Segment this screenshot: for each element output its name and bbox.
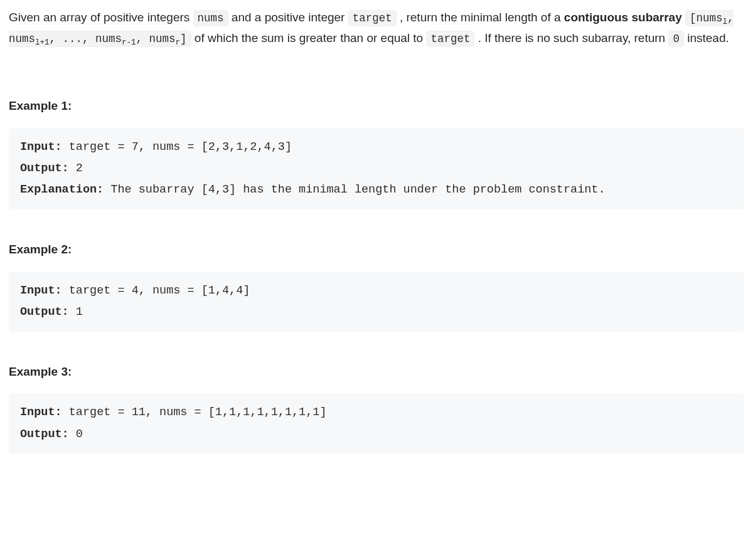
input-value: target = 11, nums = [1,1,1,1,1,1,1,1] bbox=[62, 406, 327, 419]
input-value: target = 4, nums = [1,4,4] bbox=[62, 284, 250, 297]
code-zero: 0 bbox=[668, 31, 683, 47]
text: , return the minimal length of a bbox=[397, 11, 564, 24]
explanation-label: Explanation: bbox=[20, 183, 104, 196]
code-target-2: target bbox=[426, 31, 474, 47]
example-1-block: Input: target = 7, nums = [2,3,1,2,4,3] … bbox=[9, 128, 744, 210]
problem-statement: Given an array of positive integers nums… bbox=[9, 8, 744, 48]
text: Given an array of positive integers bbox=[9, 11, 193, 24]
text: of which the sum is greater than or equa… bbox=[191, 31, 427, 45]
input-value: target = 7, nums = [2,3,1,2,4,3] bbox=[62, 140, 292, 154]
input-label: Input: bbox=[20, 406, 62, 419]
output-label: Output: bbox=[20, 162, 69, 175]
text: instead. bbox=[684, 31, 729, 45]
example-1-heading: Example 1: bbox=[9, 96, 744, 116]
text: . If there is no such subarray, return bbox=[474, 31, 668, 45]
output-label: Output: bbox=[20, 305, 69, 319]
example-3-heading: Example 3: bbox=[9, 362, 744, 382]
explanation-value: The subarray [4,3] has the minimal lengt… bbox=[104, 183, 605, 196]
example-2-block: Input: target = 4, nums = [1,4,4] Output… bbox=[9, 272, 744, 332]
input-label: Input: bbox=[20, 140, 62, 154]
output-value: 2 bbox=[69, 162, 83, 175]
code-target: target bbox=[348, 10, 397, 26]
input-label: Input: bbox=[20, 284, 62, 297]
text: and a positive integer bbox=[228, 11, 348, 24]
output-value: 1 bbox=[69, 305, 83, 319]
example-2-heading: Example 2: bbox=[9, 240, 744, 260]
example-3-block: Input: target = 11, nums = [1,1,1,1,1,1,… bbox=[9, 393, 744, 453]
output-value: 0 bbox=[69, 428, 83, 441]
output-label: Output: bbox=[20, 428, 69, 441]
code-nums: nums bbox=[193, 10, 228, 26]
bold-contiguous-subarray: contiguous subarray bbox=[564, 11, 682, 24]
